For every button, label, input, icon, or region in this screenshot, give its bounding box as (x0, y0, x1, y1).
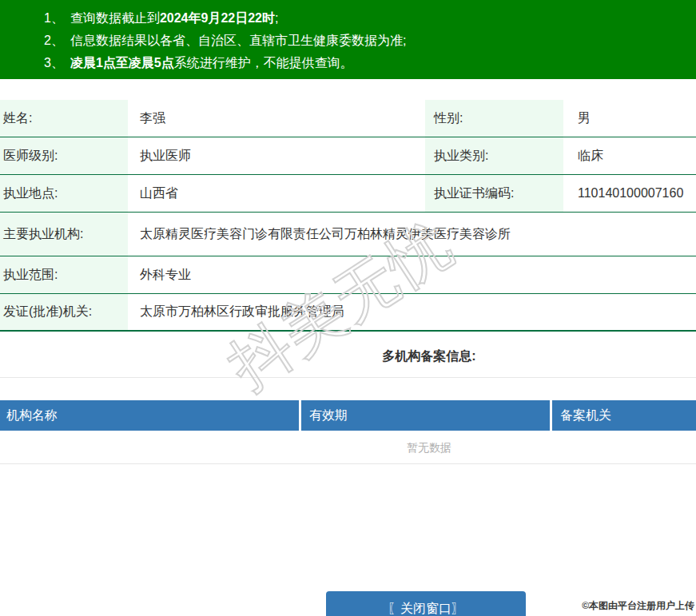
practice-location-label: 执业地点: (0, 175, 128, 212)
notice-item-1: 1、查询数据截止到2024年9月22日22时; (44, 7, 696, 30)
practice-category-value: 临床 (563, 137, 696, 174)
notice-number: 3、 (44, 56, 64, 70)
notice-number: 2、 (44, 34, 64, 47)
table-row: 执业地点: 山西省 执业证书编码: 110140100007160 (0, 175, 696, 213)
close-window-button[interactable]: 〖关闭窗口〗 (326, 591, 526, 616)
table-row: 医师级别: 执业医师 执业类别: 临床 (0, 137, 696, 175)
license-number-label: 执业证书编码: (425, 175, 563, 212)
divider (0, 377, 696, 378)
platform-upload-credit: ©本图由平台注册用户上传 (582, 599, 694, 613)
license-number-value: 110140100007160 (563, 175, 696, 212)
doctor-level-label: 医师级别: (0, 137, 128, 174)
filing-table-header: 机构名称 有效期 备案机关 (0, 400, 696, 431)
notice-text: 查询数据截止到 (70, 11, 160, 25)
practitioner-info-table: 姓名: 李强 性别: 男 医师级别: 执业医师 执业类别: 临床 执业地点: 山… (0, 100, 696, 332)
notice-bold-text: 2024年9月22日22时 (160, 11, 275, 25)
filing-header-validity-period: 有效期 (301, 400, 550, 431)
table-row: 执业范围: 外科专业 (0, 256, 696, 294)
notice-item-3: 3、凌晨1点至凌晨5点系统进行维护，不能提供查询。 (44, 52, 696, 74)
empty-data-text: 暂无数据 (0, 431, 696, 464)
table-row: 发证(批准)机关: 太原市万柏林区行政审批服务管理局 (0, 294, 696, 332)
filing-header-filing-authority: 备案机关 (552, 400, 696, 431)
gender-label: 性别: (425, 100, 563, 137)
table-row: 主要执业机构: 太原精灵医疗美容门诊有限责任公司万柏林精灵伊美医疗美容诊所 (0, 213, 696, 256)
practice-location-value: 山西省 (128, 175, 425, 212)
notice-banner: 1、查询数据截止到2024年9月22日22时; 2、信息数据结果以各省、自治区、… (0, 0, 696, 79)
notice-text: 信息数据结果以各省、自治区、直辖市卫生健康委数据为准; (70, 34, 406, 47)
issuing-authority-value: 太原市万柏林区行政审批服务管理局 (128, 294, 696, 330)
practice-scope-value: 外科专业 (128, 256, 696, 293)
notice-bold-text: 凌晨1点至凌晨5点 (70, 56, 174, 70)
table-row: 姓名: 李强 性别: 男 (0, 100, 696, 137)
name-label: 姓名: (0, 100, 128, 137)
notice-item-2: 2、信息数据结果以各省、自治区、直辖市卫生健康委数据为准; (44, 30, 696, 52)
issuing-authority-label: 发证(批准)机关: (0, 294, 128, 330)
page-content: 姓名: 李强 性别: 男 医师级别: 执业医师 执业类别: 临床 执业地点: 山… (0, 100, 696, 464)
main-institution-label: 主要执业机构: (0, 213, 128, 256)
practice-category-label: 执业类别: (425, 137, 563, 174)
doctor-level-value: 执业医师 (128, 137, 425, 174)
gender-value: 男 (563, 100, 696, 137)
filing-header-institution-name: 机构名称 (0, 400, 299, 431)
name-value: 李强 (128, 100, 425, 137)
notice-text: 系统进行维护，不能提供查询。 (174, 56, 353, 70)
notice-number: 1、 (44, 11, 64, 25)
main-institution-value: 太原精灵医疗美容门诊有限责任公司万柏林精灵伊美医疗美容诊所 (128, 213, 696, 256)
practice-scope-label: 执业范围: (0, 256, 128, 293)
multi-institution-filing-title: 多机构备案信息: (0, 332, 696, 377)
notice-text: ; (275, 11, 278, 25)
